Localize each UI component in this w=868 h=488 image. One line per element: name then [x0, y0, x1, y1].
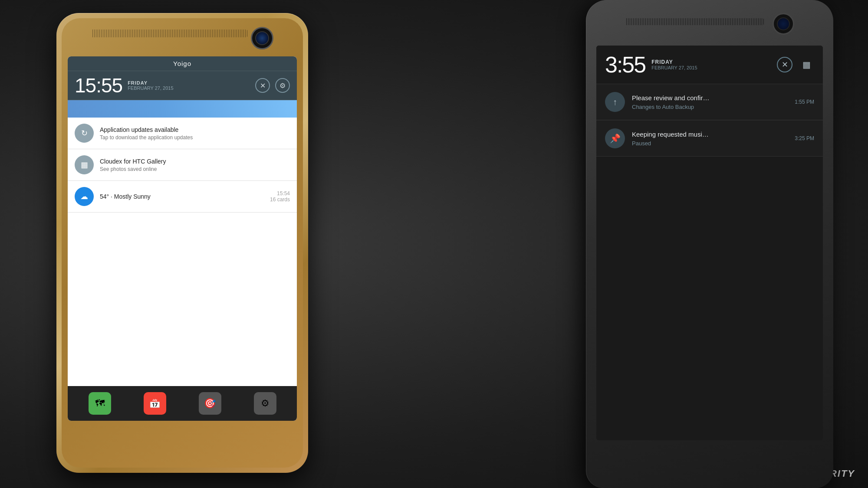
notif-weather[interactable]: ☁ 54° · Mostly Sunny 15:54 16 cards [68, 181, 297, 213]
notif-backup-text: Please review and confir… Changes to Aut… [632, 94, 709, 110]
notif-music-text: Keeping requested musi… Paused [632, 130, 709, 147]
settings-icon[interactable]: ⚙ [275, 78, 290, 93]
time-bar-right: 3:55 FRIDAY FEBRUARY 27, 2015 ✕ ▦ [596, 46, 823, 84]
nav-maps-icon[interactable]: 🗺 [89, 392, 111, 415]
speaker-grille-right [625, 18, 764, 25]
notif-weather-icon: ☁ [75, 187, 94, 206]
notif-cloudex[interactable]: ▦ Cloudex for HTC Gallery See photos sav… [68, 149, 297, 181]
notif-backup-subtitle: Changes to Auto Backup [632, 104, 709, 110]
date-text-right: FEBRUARY 27, 2015 [651, 65, 771, 70]
front-camera-left [251, 27, 273, 49]
notif-weather-time: 15:54 [270, 190, 290, 197]
notif-cloudex-text: Cloudex for HTC Gallery See photos saved… [100, 157, 166, 172]
nav-settings-icon[interactable]: ⚙ [254, 392, 276, 415]
clock-right: 3:55 [605, 53, 645, 76]
blue-banner [68, 100, 297, 118]
close-icon-right[interactable]: ✕ [777, 57, 792, 72]
notif-music-time: 3:25 PM [795, 135, 814, 141]
notif-music[interactable]: 📌 Keeping requested musi… Paused 3:25 PM [596, 121, 823, 157]
date-text-left: FEBRUARY 27, 2015 [128, 85, 250, 91]
notif-weather-text: 54° · Mostly Sunny [100, 193, 151, 200]
notif-refresh-icon: ↻ [75, 124, 94, 143]
notif-cloudex-title: Cloudex for HTC Gallery [100, 157, 166, 165]
nav-calendar-icon[interactable]: 📅 [144, 392, 166, 415]
notif-weather-side: 15:54 16 cards [270, 190, 290, 203]
bottom-nav-left: 🗺 📅 🎯 ⚙ [68, 386, 297, 421]
notif-app-updates[interactable]: ↻ Application updates available Tap to d… [68, 118, 297, 149]
carrier-header: Yoigo [68, 56, 297, 71]
speaker-grille-left [91, 29, 247, 37]
carrier-name: Yoigo [173, 60, 191, 67]
date-left: FRIDAY FEBRUARY 27, 2015 [128, 80, 250, 91]
time-icons-right: ✕ ▦ [777, 57, 814, 72]
screen-right: 3:55 FRIDAY FEBRUARY 27, 2015 ✕ ▦ ↑ Plea… [596, 46, 823, 440]
notif-music-subtitle: Paused [632, 140, 709, 147]
grid-icon-right[interactable]: ▦ [799, 57, 814, 72]
time-icons-left: ✕ ⚙ [255, 78, 290, 93]
notif-backup-title: Please review and confir… [632, 94, 709, 102]
screen-left: Yoigo 15:55 FRIDAY FEBRUARY 27, 2015 ✕ ⚙… [68, 56, 297, 421]
notif-weather-title: 54° · Mostly Sunny [100, 193, 151, 200]
notif-music-title: Keeping requested musi… [632, 130, 709, 139]
phone-left: Yoigo 15:55 FRIDAY FEBRUARY 27, 2015 ✕ ⚙… [56, 13, 308, 473]
date-right: FRIDAY FEBRUARY 27, 2015 [651, 59, 771, 70]
notif-upload-icon: ↑ [605, 92, 625, 112]
notif-gallery-icon: ▦ [75, 155, 94, 174]
nav-drive-icon[interactable]: 🎯 [199, 392, 221, 415]
notif-pin-icon: 📌 [605, 128, 625, 148]
notif-weather-extra: 16 cards [270, 197, 290, 203]
clock-left: 15:55 [75, 75, 122, 95]
close-icon[interactable]: ✕ [255, 78, 270, 93]
notif-app-updates-title: Application updates available [100, 126, 193, 134]
day-right: FRIDAY [651, 59, 771, 65]
front-camera-right [773, 13, 794, 35]
notif-app-updates-text: Application updates available Tap to dow… [100, 126, 193, 141]
notif-backup-time: 1:55 PM [795, 99, 814, 105]
notif-app-updates-subtitle: Tap to download the application updates [100, 134, 193, 141]
notif-cloudex-subtitle: See photos saved online [100, 166, 166, 172]
phone-right: 3:55 FRIDAY FEBRUARY 27, 2015 ✕ ▦ ↑ Plea… [586, 0, 833, 488]
day-left: FRIDAY [128, 80, 250, 85]
notif-backup[interactable]: ↑ Please review and confir… Changes to A… [596, 84, 823, 120]
time-bar-left: 15:55 FRIDAY FEBRUARY 27, 2015 ✕ ⚙ [68, 71, 297, 100]
